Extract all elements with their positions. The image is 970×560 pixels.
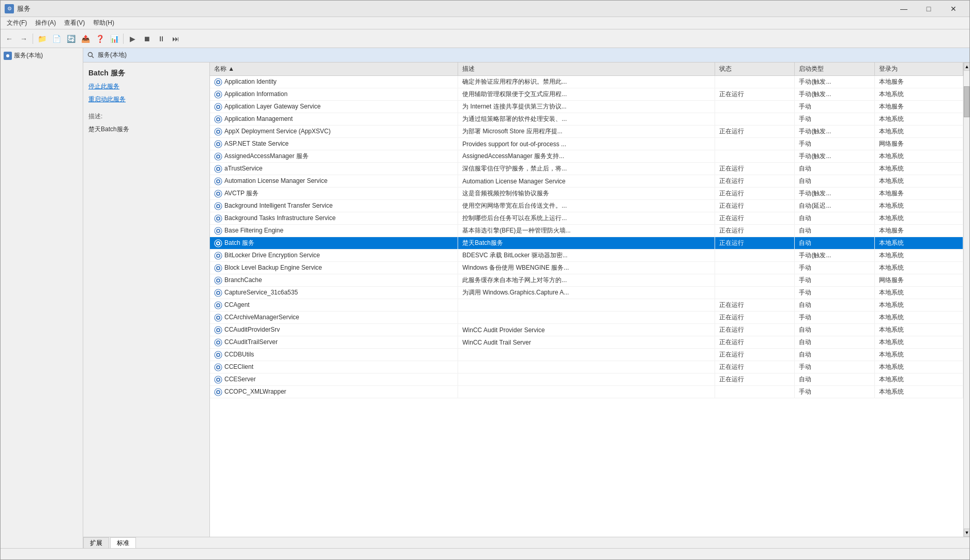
table-row[interactable]: Base Filtering Engine基本筛选引擎(BFE)是一种管理防火墙… bbox=[210, 225, 963, 237]
table-row[interactable]: CCAuditProviderSrvWinCC Audit Provider S… bbox=[210, 324, 963, 336]
service-name-cell: aTrustService bbox=[210, 163, 458, 175]
status-bar bbox=[1, 548, 969, 559]
title-bar: ⚙ 服务 — □ ✕ bbox=[1, 1, 969, 17]
service-desc-cell bbox=[458, 374, 715, 386]
table-row[interactable]: CCDBUtils正在运行自动本地系统 bbox=[210, 349, 963, 361]
service-desc-cell: 为调用 Windows.Graphics.Capture A... bbox=[458, 287, 715, 299]
table-row[interactable]: CCEServer正在运行自动本地系统 bbox=[210, 374, 963, 386]
svg-line-3 bbox=[92, 56, 94, 58]
export-button[interactable]: 📤 bbox=[79, 32, 92, 45]
properties-button[interactable]: 📊 bbox=[108, 32, 121, 45]
table-row[interactable]: Block Level Backup Engine ServiceWindows… bbox=[210, 262, 963, 274]
col-desc[interactable]: 描述 bbox=[458, 63, 715, 76]
service-name-cell: ASP.NET State Service bbox=[210, 138, 458, 150]
menu-action[interactable]: 操作(A) bbox=[31, 18, 60, 28]
svg-point-54 bbox=[217, 279, 219, 282]
service-name-cell: Application Information bbox=[210, 88, 458, 101]
scroll-thumb[interactable] bbox=[964, 86, 969, 117]
service-title: Batch 服务 bbox=[88, 69, 204, 78]
table-row[interactable]: Background Intelligent Transfer Service使… bbox=[210, 200, 963, 212]
table-row[interactable]: CCArchiveManagerService正在运行手动本地系统 bbox=[210, 312, 963, 324]
svg-point-12 bbox=[217, 106, 219, 108]
vertical-scrollbar[interactable]: ▲ ▼ bbox=[963, 63, 969, 537]
service-desc-cell bbox=[458, 312, 715, 324]
service-logon-cell: 本地系统 bbox=[874, 312, 963, 324]
service-startup-cell: 手动(触发... bbox=[795, 150, 874, 163]
service-logon-cell: 本地系统 bbox=[874, 175, 963, 188]
col-status[interactable]: 状态 bbox=[715, 63, 795, 76]
service-status-cell: 正在运行 bbox=[715, 349, 795, 361]
service-startup-cell: 自动 bbox=[795, 163, 874, 175]
menu-help[interactable]: 帮助(H) bbox=[89, 18, 118, 28]
table-row[interactable]: AssignedAccessManager 服务AssignedAccessMa… bbox=[210, 150, 963, 163]
back-button[interactable]: ← bbox=[3, 32, 16, 45]
col-logon[interactable]: 登录为 bbox=[874, 63, 963, 76]
table-row[interactable]: CCAuditTrailServerWinCC Audit Trail Serv… bbox=[210, 336, 963, 349]
menu-file[interactable]: 文件(F) bbox=[3, 18, 31, 28]
left-panel-title[interactable]: 服务(本地) bbox=[3, 50, 81, 61]
service-startup-cell: 自动 bbox=[795, 212, 874, 225]
service-status-cell bbox=[715, 138, 795, 150]
refresh-button[interactable]: 🔄 bbox=[64, 32, 78, 45]
scroll-down-button[interactable]: ▼ bbox=[964, 528, 969, 537]
close-button[interactable]: ✕ bbox=[942, 1, 965, 17]
col-startup[interactable]: 启动类型 bbox=[795, 63, 874, 76]
forward-button[interactable]: → bbox=[17, 32, 31, 45]
table-row[interactable]: Automation License Manager ServiceAutoma… bbox=[210, 175, 963, 188]
table-row[interactable]: ASP.NET State ServiceProvides support fo… bbox=[210, 138, 963, 150]
table-row[interactable]: BitLocker Drive Encryption ServiceBDESVC… bbox=[210, 250, 963, 262]
service-name-cell: Automation License Manager Service bbox=[210, 175, 458, 188]
service-desc-cell bbox=[458, 349, 715, 361]
table-row[interactable]: Application Identity确定并验证应用程序的标识。禁用此...手… bbox=[210, 76, 963, 88]
menu-bar: 文件(F) 操作(A) 查看(V) 帮助(H) bbox=[1, 17, 969, 29]
tab-extended[interactable]: 扩展 bbox=[83, 537, 109, 549]
svg-point-24 bbox=[217, 155, 219, 158]
table-row[interactable]: aTrustService深信服零信任守护服务，禁止后，将...正在运行自动本地… bbox=[210, 163, 963, 175]
start-service-button[interactable]: ▶ bbox=[126, 32, 139, 45]
service-desc-cell: Windows 备份使用 WBENGINE 服务... bbox=[458, 262, 715, 274]
table-row[interactable]: CCEClient正在运行手动本地系统 bbox=[210, 361, 963, 374]
tab-standard[interactable]: 标准 bbox=[110, 537, 136, 549]
service-desc-cell: 为 Internet 连接共享提供第三方协议... bbox=[458, 101, 715, 113]
minimize-button[interactable]: — bbox=[892, 1, 916, 17]
service-status-cell bbox=[715, 76, 795, 88]
restart-service-link[interactable]: 重启动此服务 bbox=[88, 95, 204, 104]
table-row[interactable]: Background Tasks Infrastructure Service控… bbox=[210, 212, 963, 225]
service-startup-cell: 手动(触发... bbox=[795, 188, 874, 200]
service-logon-cell: 本地系统 bbox=[874, 150, 963, 163]
scroll-up-button[interactable]: ▲ bbox=[964, 63, 969, 71]
table-row[interactable]: Application Layer Gateway Service为 Inter… bbox=[210, 101, 963, 113]
table-row[interactable]: CaptureService_31c6a535为调用 Windows.Graph… bbox=[210, 287, 963, 299]
show-hide-button[interactable]: 📄 bbox=[50, 32, 63, 45]
maximize-button[interactable]: □ bbox=[917, 1, 941, 17]
table-row[interactable]: BranchCache此服务缓存来自本地子网上对等方的...手动网络服务 bbox=[210, 274, 963, 287]
service-name-cell: BranchCache bbox=[210, 274, 458, 287]
stop-service-button[interactable]: ⏹ bbox=[140, 32, 154, 45]
pause-service-button[interactable]: ⏸ bbox=[155, 32, 168, 45]
table-row[interactable]: AppX Deployment Service (AppXSVC)为部署 Mic… bbox=[210, 126, 963, 138]
service-logon-cell: 本地系统 bbox=[874, 250, 963, 262]
stop-service-link[interactable]: 停止此服务 bbox=[88, 82, 204, 91]
service-startup-cell: 自动 bbox=[795, 374, 874, 386]
service-status-cell: 正在运行 bbox=[715, 212, 795, 225]
svg-point-81 bbox=[217, 391, 219, 393]
menu-view[interactable]: 查看(V) bbox=[60, 18, 89, 28]
col-name[interactable]: 名称 ▲ bbox=[210, 63, 458, 76]
service-name-cell: CCEServer bbox=[210, 374, 458, 386]
table-row[interactable]: Application Management为通过组策略部署的软件处理安装、..… bbox=[210, 113, 963, 126]
svg-point-1 bbox=[6, 54, 9, 57]
svg-point-36 bbox=[217, 205, 219, 207]
service-logon-cell: 网络服务 bbox=[874, 274, 963, 287]
service-status-cell: 正在运行 bbox=[715, 200, 795, 212]
resume-service-button[interactable]: ⏭ bbox=[169, 32, 183, 45]
table-row[interactable]: Batch 服务楚天Batch服务正在运行自动本地系统 bbox=[210, 237, 963, 250]
main-content: 服务(本地) 服务(本地) Batch 服务 停止此服 bbox=[1, 48, 969, 548]
service-logon-cell: 本地系统 bbox=[874, 374, 963, 386]
table-row[interactable]: Application Information使用辅助管理权限便于交互式应用程.… bbox=[210, 88, 963, 101]
table-row[interactable]: AVCTP 服务这是音频视频控制传输协议服务正在运行手动(触发...本地服务 bbox=[210, 188, 963, 200]
table-row[interactable]: CCAgent正在运行自动本地系统 bbox=[210, 299, 963, 312]
table-row[interactable]: CCOPC_XMLWrapper手动本地系统 bbox=[210, 386, 963, 398]
help-button[interactable]: ❓ bbox=[93, 32, 107, 45]
up-button[interactable]: 📁 bbox=[35, 32, 49, 45]
service-desc-cell: 基本筛选引擎(BFE)是一种管理防火墙... bbox=[458, 225, 715, 237]
